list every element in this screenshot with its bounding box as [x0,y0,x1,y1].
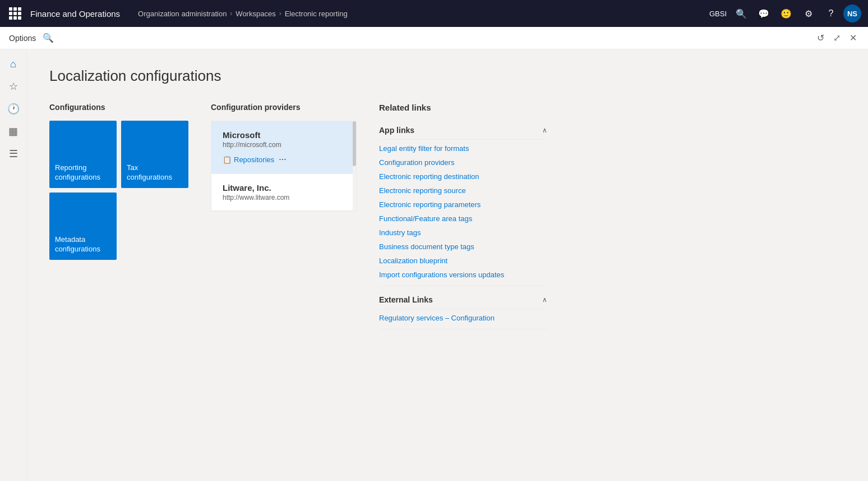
configurations-section: Configurations Reporting configurations … [49,103,188,260]
provider-microsoft-actions: 📋 Repositories ··· [223,154,345,164]
external-links-chevron: ∧ [542,296,547,304]
search-button[interactable]: 🔍 [731,3,751,24]
breadcrumb-sep-2: › [279,10,281,17]
link-regulatory-services[interactable]: Regulatory services – Configuration [379,314,547,322]
content-area: Localization configurations Configuratio… [27,49,868,481]
optionsbar: Options 🔍 ↺ ⤢ ✕ [0,27,868,49]
breadcrumb-workspaces[interactable]: Workspaces [236,10,275,18]
app-links-chevron: ∧ [542,126,547,134]
related-links-title: Related links [379,103,547,112]
provider-litware[interactable]: Litware, Inc. http://www.litware.com [211,174,356,211]
external-links-list: Regulatory services – Configuration [379,314,547,329]
options-label: Options [9,34,36,43]
waffle-menu[interactable] [7,5,24,22]
link-er-parameters[interactable]: Electronic reporting parameters [379,200,547,209]
link-import-config[interactable]: Import configurations versions updates [379,271,547,279]
breadcrumb-sep-1: › [230,10,232,17]
provider-litware-url: http://www.litware.com [223,194,345,201]
close-icon[interactable]: ✕ [847,30,859,45]
provider-microsoft-name: Microsoft [223,130,345,140]
link-localization-blueprint[interactable]: Localization blueprint [379,256,547,265]
sidebar-modules-icon[interactable]: ☰ [3,144,24,164]
link-er-source[interactable]: Electronic reporting source [379,186,547,195]
options-search-icon[interactable]: 🔍 [43,33,54,43]
config-row-1: Reporting configurations Tax configurati… [49,121,188,188]
app-links-group: App links ∧ Legal entity filter for form… [379,121,547,286]
external-links-label: External Links [379,295,433,304]
page-title: Localization configurations [49,67,846,85]
refresh-icon[interactable]: ↺ [815,30,827,45]
repositories-icon: 📋 [223,155,232,164]
related-links-section: Related links App links ∧ Legal entity f… [379,103,547,329]
help-button[interactable]: ? [821,3,841,24]
link-industry-tags[interactable]: Industry tags [379,228,547,237]
sidebar-favorites-icon[interactable]: ☆ [3,76,24,97]
optionsbar-right: ↺ ⤢ ✕ [815,30,859,45]
settings-button[interactable]: ⚙ [798,3,819,24]
link-legal-entity[interactable]: Legal entity filter for formats [379,144,547,153]
providers-label: Configuration providers [211,103,357,112]
link-er-destination[interactable]: Electronic reporting destination [379,172,547,181]
app-links-header[interactable]: App links ∧ [379,121,547,140]
external-links-header[interactable]: External Links ∧ [379,291,547,309]
providers-section: Configuration providers Microsoft http:/… [211,103,357,212]
emoji-button[interactable]: 🙂 [776,3,796,24]
link-config-providers[interactable]: Configuration providers [379,158,547,167]
expand-icon[interactable]: ⤢ [831,30,843,45]
scrollbar-thumb [353,121,356,166]
scrollbar[interactable] [353,121,356,211]
topbar-right: GBSI 🔍 💬 🙂 ⚙ ? NS [709,3,861,24]
sidebar-recent-icon[interactable]: 🕐 [3,99,24,119]
main-layout: ⌂ ☆ 🕐 ▦ ☰ Localization configurations Co… [0,49,868,481]
tenant-label: GBSI [709,10,727,18]
chat-button[interactable]: 💬 [754,3,774,24]
provider-microsoft[interactable]: Microsoft http://microsoft.com 📋 Reposit… [211,121,356,174]
config-tiles: Reporting configurations Tax configurati… [49,121,188,260]
breadcrumb-electronic-reporting[interactable]: Electronic reporting [285,10,348,18]
sidebar-workspaces-icon[interactable]: ▦ [3,121,24,141]
breadcrumb-org-admin[interactable]: Organization administration [138,10,227,18]
sections-row: Configurations Reporting configurations … [49,103,846,329]
tax-configurations-tile[interactable]: Tax configurations [121,121,188,188]
external-links-group: External Links ∧ Regulatory services – C… [379,291,547,329]
link-functional-area-tags[interactable]: Functional/Feature area tags [379,214,547,223]
app-links-list: Legal entity filter for formats Configur… [379,144,547,286]
breadcrumb: Organization administration › Workspaces… [138,10,348,18]
provider-microsoft-url: http://microsoft.com [223,141,345,149]
sidebar-home-icon[interactable]: ⌂ [3,54,24,74]
link-business-doc-tags[interactable]: Business document type tags [379,242,547,251]
providers-list: Microsoft http://microsoft.com 📋 Reposit… [211,121,357,212]
metadata-configurations-tile[interactable]: Metadata configurations [49,193,117,260]
app-links-label: App links [379,126,414,135]
configurations-label: Configurations [49,103,188,112]
repositories-link[interactable]: 📋 Repositories [223,155,274,164]
topbar: Finance and Operations Organization admi… [0,0,868,27]
config-row-2: Metadata configurations [49,193,188,260]
app-brand: Finance and Operations [30,9,129,19]
provider-litware-name: Litware, Inc. [223,183,345,193]
reporting-configurations-tile[interactable]: Reporting configurations [49,121,117,188]
sidebar: ⌂ ☆ 🕐 ▦ ☰ [0,49,27,481]
more-options-icon[interactable]: ··· [279,154,286,164]
user-avatar[interactable]: NS [843,4,861,22]
